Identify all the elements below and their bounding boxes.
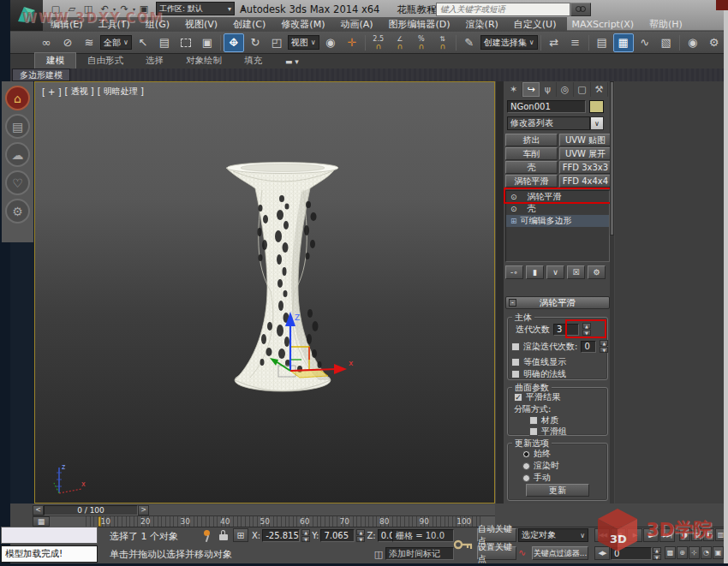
turbosmooth-rollout-header[interactable]: - 涡轮平滑 bbox=[505, 296, 610, 309]
update-when-rendering-radio[interactable] bbox=[522, 462, 530, 470]
remove-modifier-icon[interactable]: ☒ bbox=[567, 265, 585, 279]
select-and-move-icon[interactable]: ↔↕ bbox=[224, 33, 244, 52]
modifier-list-arrow-button[interactable]: ∨ bbox=[590, 116, 604, 130]
selection-filter-select[interactable]: 全部 ∨ bbox=[100, 35, 132, 50]
rollout-collapse-icon[interactable]: - bbox=[509, 299, 516, 307]
maximize-viewport-toggle-icon[interactable]: ▣ bbox=[713, 546, 724, 559]
ribbon-minimize-button[interactable]: ▬ ▾ bbox=[285, 57, 299, 69]
perspective-viewport[interactable]: [ + ] [ 透视 ] [ 明暗处理 ] bbox=[34, 81, 495, 503]
modifier-button-ffd-4x4x4[interactable]: FFD 4x4x4 bbox=[559, 175, 612, 188]
select-by-name-icon[interactable]: ▤ bbox=[154, 33, 175, 52]
show-end-result-icon[interactable]: ▮ bbox=[526, 265, 544, 279]
search-flyout-icon[interactable]: ▸ bbox=[432, 5, 435, 13]
cloud-icon[interactable]: ☁ bbox=[5, 142, 30, 167]
align-icon[interactable]: ≡ bbox=[565, 33, 586, 52]
keyboard-shortcut-override-icon[interactable]: ✎ bbox=[459, 33, 480, 52]
time-slider-prev-button[interactable]: < bbox=[33, 505, 44, 515]
tab-display[interactable]: ▢ bbox=[574, 82, 591, 97]
render-iterations-field[interactable]: 0 bbox=[581, 341, 596, 353]
menu-graph-editors[interactable]: 图形编辑器(D) bbox=[381, 16, 458, 33]
viewport-general-menu[interactable]: [ + ] bbox=[42, 87, 62, 97]
ribbon-tab-freeform[interactable]: 自由形式 bbox=[76, 53, 134, 69]
set-keys-button[interactable] bbox=[452, 528, 474, 561]
mini-curve-editor-icon[interactable]: ▦ bbox=[33, 516, 50, 527]
object-name-field[interactable]: NGon001 bbox=[507, 100, 586, 113]
window-crossing-icon[interactable]: ▣ bbox=[197, 33, 218, 52]
select-and-manipulate-icon[interactable]: ✛ bbox=[342, 33, 362, 52]
viewport-pov-menu[interactable]: [ 透视 ] bbox=[65, 86, 94, 98]
isolate-selection-pin-icon[interactable] bbox=[200, 529, 212, 542]
absolute-relative-transform-icon[interactable]: ⊞ bbox=[233, 528, 248, 542]
track-bar[interactable]: ▦ 10 20 30 40 50 60 70 80 90 100 bbox=[33, 515, 495, 527]
new-key-curve-icon[interactable]: ∿ bbox=[518, 547, 530, 558]
modifier-button-shell[interactable]: 壳 bbox=[505, 161, 558, 174]
rectangular-selection-region-icon[interactable] bbox=[176, 33, 196, 52]
stack-item-editable-poly[interactable]: ⊞ 可编辑多边形 bbox=[506, 215, 609, 227]
key-mode-select[interactable]: 选定对象 ∨ bbox=[518, 528, 588, 542]
named-selection-sets-select[interactable]: 创建选择集 ∨ bbox=[480, 35, 538, 50]
modifier-button-ffd-3x3x3[interactable]: FFD 3x3x3 bbox=[559, 161, 612, 174]
update-always-radio[interactable] bbox=[522, 450, 530, 458]
x-spinner[interactable]: ▲▼ bbox=[301, 529, 310, 542]
isoline-display-checkbox[interactable] bbox=[511, 358, 520, 366]
stack-item-shell[interactable]: ⊙ 壳 bbox=[506, 203, 609, 215]
panel-scrollbar[interactable] bbox=[610, 81, 614, 503]
render-iterations-spinner[interactable]: ▲▼ bbox=[600, 340, 608, 353]
unlink-selection-icon[interactable]: ⊘ bbox=[57, 33, 78, 52]
menu-create[interactable]: 创建(C) bbox=[225, 16, 273, 33]
menu-maxscript[interactable]: MAXScript(X) bbox=[564, 17, 641, 32]
ribbon-panel-polygon-modeling[interactable]: 多边形建模 bbox=[12, 69, 70, 81]
vase-object[interactable]: Z x bbox=[205, 154, 362, 416]
configure-modifier-sets-icon[interactable]: ⚙ bbox=[588, 265, 606, 279]
ribbon-toggle-icon[interactable]: ▦ bbox=[613, 33, 634, 52]
modifier-button-turbosmooth[interactable]: 涡轮平滑 bbox=[505, 175, 558, 188]
use-center-flyout-icon[interactable]: ◉ bbox=[320, 33, 341, 52]
modifier-button-uvw-map[interactable]: UVW 贴图 bbox=[559, 134, 612, 146]
visibility-bulb-icon[interactable]: ⊙ bbox=[510, 205, 517, 213]
menu-help[interactable]: 帮助(H) bbox=[641, 16, 690, 33]
select-and-rotate-icon[interactable]: ↻ bbox=[245, 33, 266, 52]
workspace-select[interactable]: 工作区: 默认 ▾ bbox=[156, 2, 235, 15]
mirror-icon[interactable]: ⇄ bbox=[544, 33, 564, 52]
iterations-field[interactable]: 3 bbox=[553, 324, 579, 336]
material-editor-icon[interactable]: ◉ bbox=[683, 33, 703, 52]
percent-snap-icon[interactable]: %∩ bbox=[411, 33, 432, 52]
angle-snap-icon[interactable]: ∠∩ bbox=[390, 33, 410, 52]
time-slider-next-button[interactable]: > bbox=[138, 505, 149, 515]
smoothing-groups-checkbox[interactable] bbox=[529, 427, 538, 436]
bind-to-spacewarp-icon[interactable]: ≋ bbox=[79, 33, 99, 52]
modifier-button-unwrap-uvw[interactable]: UVW 展开 bbox=[559, 147, 612, 160]
time-slider-handle[interactable]: 0 / 100 bbox=[44, 505, 138, 515]
y-coordinate-field[interactable]: 7.065 bbox=[320, 529, 355, 542]
browser-scrollbar-strip[interactable] bbox=[724, 10, 728, 563]
x-coordinate-field[interactable]: -25.815 bbox=[262, 529, 300, 542]
ribbon-tab-selection[interactable]: 选择 bbox=[134, 53, 175, 69]
ribbon-tab-modeling[interactable]: 建模 bbox=[34, 52, 76, 69]
viewport-shading-menu[interactable]: [ 明暗处理 ] bbox=[98, 86, 144, 98]
tab-modify[interactable]: ↪ bbox=[522, 82, 540, 97]
snap-toggle-icon[interactable]: 2.5∩ bbox=[368, 33, 389, 52]
selection-lock-icon[interactable] bbox=[217, 529, 230, 542]
object-color-swatch[interactable] bbox=[589, 100, 604, 113]
favorite-heart-icon[interactable]: ♡ bbox=[5, 170, 30, 195]
site-logo-icon[interactable]: ⌂ bbox=[5, 86, 30, 110]
spinner-snap-icon[interactable]: ⇅∩ bbox=[433, 33, 453, 52]
update-manually-radio[interactable] bbox=[522, 474, 530, 482]
menu-customize[interactable]: 自定义(U) bbox=[506, 16, 564, 33]
tab-create[interactable]: ✶ bbox=[505, 82, 522, 97]
menu-modifiers[interactable]: 修改器(M) bbox=[273, 16, 332, 33]
modifier-list-select[interactable]: 修改器列表 bbox=[507, 116, 590, 130]
curve-editor-icon[interactable]: ∿ bbox=[635, 33, 655, 52]
stack-item-turbosmooth[interactable]: ⊙ 涡轮平滑 bbox=[506, 191, 609, 203]
key-filters-button[interactable]: 关键点过滤器... bbox=[532, 546, 588, 560]
pin-stack-icon[interactable]: -∘ bbox=[505, 265, 523, 279]
explicit-normals-checkbox[interactable] bbox=[511, 370, 520, 378]
search-button[interactable] bbox=[570, 3, 591, 16]
visibility-bulb-icon[interactable]: ⊙ bbox=[510, 193, 517, 201]
materials-checkbox[interactable] bbox=[529, 416, 538, 425]
layer-manager-icon[interactable]: ▤ bbox=[592, 33, 612, 52]
time-tag-field[interactable]: 添加时间标记 bbox=[385, 547, 454, 560]
select-object-icon[interactable]: ↖ bbox=[133, 33, 153, 52]
modifier-button-extrude[interactable]: 挤出 bbox=[505, 134, 558, 146]
select-and-scale-icon[interactable]: ◰ bbox=[266, 33, 287, 52]
